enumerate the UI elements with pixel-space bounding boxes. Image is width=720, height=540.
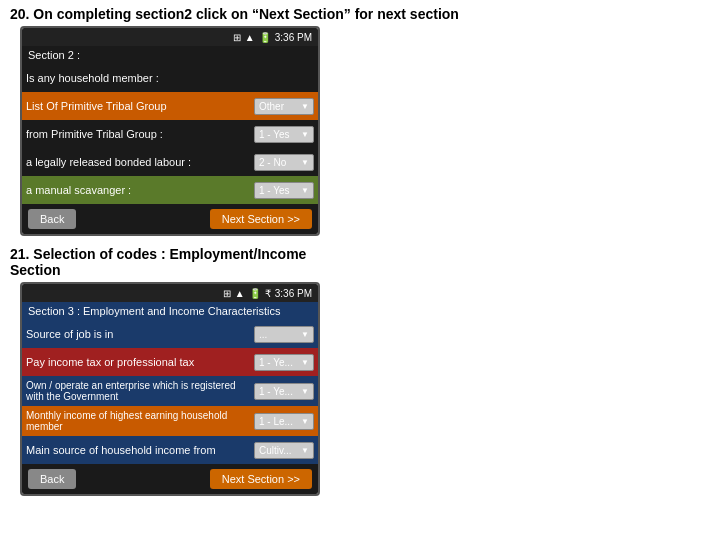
grid-icon: ⊞ — [233, 32, 241, 43]
chevron-down-icon: ▼ — [301, 446, 309, 455]
subsection-header: Is any household member : — [22, 64, 318, 92]
table-row: List Of Primitive Tribal Group Other ▼ — [22, 92, 318, 120]
dropdown-s3-0[interactable]: 1 - Ye... ▼ — [254, 354, 314, 371]
table-row: Main source of household income from Cul… — [22, 436, 318, 464]
signal-icon-2: ▲ — [235, 288, 245, 299]
grid-icon-2: ⊞ — [223, 288, 231, 299]
chevron-down-icon: ▼ — [301, 158, 309, 167]
section21-title: 21. Selection of codes : Employment/Inco… — [0, 242, 720, 282]
back-button-1[interactable]: Back — [28, 209, 76, 229]
dropdown-3[interactable]: 1 - Yes ▼ — [254, 182, 314, 199]
currency-icon: ₹ — [265, 288, 271, 299]
chevron-down-icon: ▼ — [301, 130, 309, 139]
chevron-down-icon: ▼ — [301, 417, 309, 426]
table-row: Own / operate an enterprise which is reg… — [22, 376, 318, 406]
chevron-down-icon: ▼ — [301, 186, 309, 195]
section3-header: Section 3 : Employment and Income Charac… — [22, 302, 318, 320]
battery-icon-2: 🔋 — [249, 288, 261, 299]
chevron-down-icon: ▼ — [301, 330, 309, 339]
page-content: 20. On completing section2 click on “Nex… — [0, 0, 720, 540]
chevron-down-icon: ▼ — [301, 358, 309, 367]
time-2: 3:36 PM — [275, 288, 312, 299]
statusbar-1: ⊞ ▲ 🔋 3:36 PM — [22, 28, 318, 46]
dropdown-s3-2[interactable]: 1 - Le... ▼ — [254, 413, 314, 430]
next-section-button-1[interactable]: Next Section >> — [210, 209, 312, 229]
dropdown-0[interactable]: Other ▼ — [254, 98, 314, 115]
chevron-down-icon: ▼ — [301, 387, 309, 396]
table-row: Pay income tax or professional tax 1 - Y… — [22, 348, 318, 376]
dropdown-s3-3[interactable]: Cultiv... ▼ — [254, 442, 314, 459]
dropdown-2[interactable]: 2 - No ▼ — [254, 154, 314, 171]
table-row: Monthly income of highest earning househ… — [22, 406, 318, 436]
dropdown-s3-1[interactable]: 1 - Ye... ▼ — [254, 383, 314, 400]
time-1: 3:36 PM — [275, 32, 312, 43]
table-row: from Primitive Tribal Group : 1 - Yes ▼ — [22, 120, 318, 148]
dropdown-sub[interactable]: ... ▼ — [254, 326, 314, 343]
phone-frame-1: ⊞ ▲ 🔋 3:36 PM Section 2 : Is any househo… — [20, 26, 320, 236]
table-row: a manual scavanger : 1 - Yes ▼ — [22, 176, 318, 204]
next-section-button-2[interactable]: Next Section >> — [210, 469, 312, 489]
section20-title: 20. On completing section2 click on “Nex… — [0, 0, 720, 26]
subsection3-header: Source of job is in ... ▼ — [22, 320, 318, 348]
signal-icon: ▲ — [245, 32, 255, 43]
table-row: a legally released bonded labour : 2 - N… — [22, 148, 318, 176]
section2-header: Section 2 : — [22, 46, 318, 64]
nav-buttons-1: Back Next Section >> — [22, 204, 318, 234]
back-button-2[interactable]: Back — [28, 469, 76, 489]
battery-icon: 🔋 — [259, 32, 271, 43]
dropdown-1[interactable]: 1 - Yes ▼ — [254, 126, 314, 143]
statusbar-2: ⊞ ▲ 🔋 ₹ 3:36 PM — [22, 284, 318, 302]
phone-frame-2: ⊞ ▲ 🔋 ₹ 3:36 PM Section 3 : Employment a… — [20, 282, 320, 496]
chevron-down-icon: ▼ — [301, 102, 309, 111]
nav-buttons-2: Back Next Section >> — [22, 464, 318, 494]
